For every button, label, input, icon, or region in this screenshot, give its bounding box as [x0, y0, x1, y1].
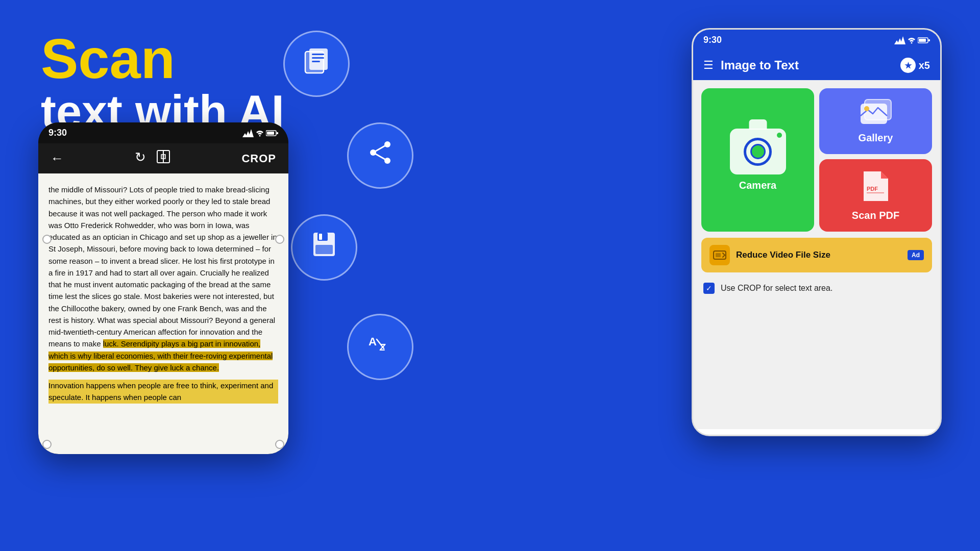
svg-line-8 [373, 144, 387, 153]
gallery-button[interactable]: Gallery [819, 88, 932, 154]
app-title: Image to Text [721, 58, 799, 72]
menu-icon[interactable]: ☰ [703, 59, 714, 72]
hero-section: Scan text with AI [41, 31, 284, 137]
star-icon: ★ [900, 58, 916, 73]
crop-handle-tl[interactable] [42, 235, 52, 244]
svg-text:PDF: PDF [867, 186, 878, 192]
camera-lens [744, 138, 772, 166]
ad-banner[interactable]: Reduce Video File Size Ad [701, 238, 932, 272]
camera-icon [730, 129, 786, 174]
circle-translate[interactable]: A Z [347, 314, 413, 380]
svg-marker-18 [249, 129, 254, 137]
phone-right-status-bar: 9:30 [693, 30, 940, 51]
phone-right-body: Camera Gallery [693, 80, 940, 429]
premium-count: x5 [919, 60, 930, 71]
svg-rect-4 [312, 61, 320, 62]
phone-left-content: the middle of Missouri? Lots of people t… [38, 173, 288, 454]
pdf-icon: PDF [862, 169, 890, 205]
save-icon [309, 230, 339, 265]
back-button[interactable]: ← [51, 151, 64, 166]
share-icon [366, 138, 395, 173]
crop-checkbox-row[interactable]: ✓ Use CROP for select text area. [701, 280, 932, 297]
svg-rect-31 [919, 39, 926, 42]
svg-rect-34 [861, 104, 887, 124]
ad-badge: Ad [908, 250, 924, 260]
pdf-label: Scan PDF [852, 210, 899, 221]
highlighted-text-1: luck. Serendipity plays a big part in in… [48, 339, 273, 372]
camera-button[interactable]: Camera [701, 88, 814, 232]
svg-rect-22 [277, 132, 278, 134]
crop-handle-bl[interactable] [42, 440, 52, 449]
right-status-icons [894, 36, 930, 44]
ad-icon [709, 245, 730, 265]
svg-marker-28 [900, 36, 905, 44]
svg-rect-32 [928, 39, 930, 41]
camera-lens-inner [750, 144, 766, 159]
svg-point-29 [911, 42, 913, 43]
svg-rect-25 [161, 155, 165, 159]
phone-left-toolbar: ← ↻ CROP [38, 143, 288, 173]
ad-text: Reduce Video File Size [736, 250, 901, 260]
docs-icon [301, 45, 332, 82]
phone-left: 9:30 ← ↻ [38, 122, 288, 454]
scan-grid: Camera Gallery [701, 88, 932, 232]
highlighted-text-2: Innovation happens when people are free … [48, 380, 278, 404]
toolbar-center: ↻ [135, 149, 170, 167]
crop-checkbox[interactable]: ✓ [703, 283, 715, 294]
phone-right-time: 9:30 [703, 35, 722, 45]
camera-dot [777, 133, 782, 138]
premium-badge[interactable]: ★ x5 [900, 58, 930, 73]
status-icons [242, 129, 278, 137]
crop-handle-tr[interactable] [275, 235, 284, 244]
svg-rect-38 [716, 253, 721, 257]
header-left: ☰ Image to Text [703, 58, 799, 72]
body-text: the middle of Missouri? Lots of people t… [48, 184, 278, 373]
rotate-icon[interactable]: ↻ [135, 149, 146, 167]
phone-left-status-bar: 9:30 [38, 122, 288, 143]
svg-point-19 [259, 135, 261, 136]
checkbox-check: ✓ [706, 284, 712, 292]
translate-icon: A Z [365, 329, 395, 365]
camera-label: Camera [739, 180, 776, 191]
svg-rect-1 [309, 48, 328, 70]
circle-save[interactable] [291, 214, 357, 281]
svg-point-35 [864, 106, 869, 111]
svg-rect-21 [267, 132, 274, 135]
hero-scan-label: Scan [41, 31, 284, 87]
gallery-label: Gallery [859, 132, 893, 144]
svg-rect-13 [319, 234, 322, 240]
crop-label[interactable]: CROP [241, 152, 276, 165]
phone-left-time: 9:30 [48, 128, 67, 138]
phone-right-header: ☰ Image to Text ★ x5 [693, 51, 940, 80]
crop-handle-br[interactable] [275, 440, 284, 449]
pdf-button[interactable]: PDF Scan PDF [819, 159, 932, 232]
svg-line-9 [373, 153, 387, 161]
circle-docs[interactable] [283, 31, 350, 97]
svg-rect-3 [312, 57, 324, 59]
svg-text:A: A [369, 335, 377, 348]
svg-rect-2 [312, 54, 324, 55]
circle-share[interactable] [347, 122, 413, 189]
svg-rect-12 [315, 245, 333, 254]
crop-checkbox-label: Use CROP for select text area. [721, 284, 832, 293]
gallery-icon [859, 98, 893, 127]
crop-toggle-icon[interactable] [156, 149, 170, 167]
phone-right: 9:30 ☰ Image to Text ★ [692, 28, 942, 436]
